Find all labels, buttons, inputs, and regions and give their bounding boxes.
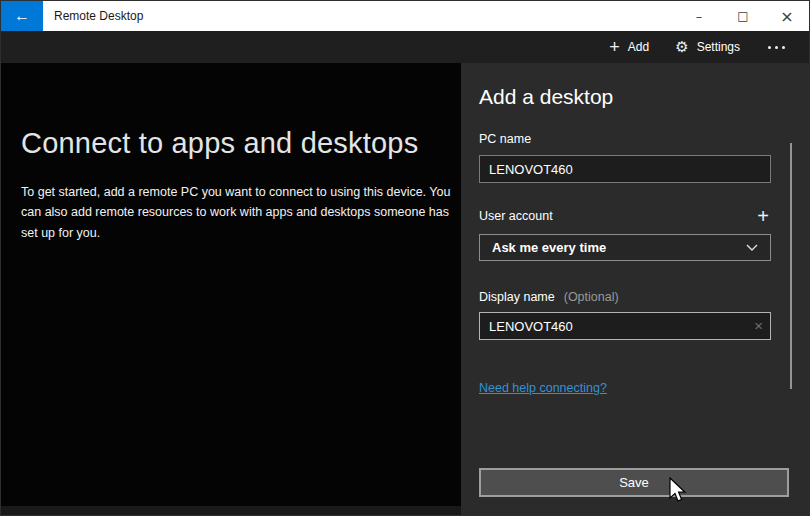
panel-title: Add a desktop xyxy=(479,84,789,110)
mouse-cursor xyxy=(668,477,688,504)
help-link[interactable]: Need help connecting? xyxy=(479,381,607,395)
more-icon xyxy=(775,46,778,49)
display-name-row: Display name (Optional) xyxy=(479,290,789,305)
command-toolbar: + Add ⚙ Settings xyxy=(1,31,809,63)
window-title: Remote Desktop xyxy=(43,1,143,31)
display-name-optional-hint: (Optional) xyxy=(564,290,619,304)
chevron-down-icon xyxy=(746,244,758,251)
more-icon xyxy=(782,46,785,49)
plus-icon: + xyxy=(757,205,769,227)
close-button[interactable]: × xyxy=(765,1,809,31)
pc-name-input[interactable] xyxy=(479,155,771,183)
plus-icon: + xyxy=(609,38,620,56)
settings-button-label: Settings xyxy=(697,40,740,54)
add-button[interactable]: + Add xyxy=(609,38,649,56)
main-content: Connect to apps and desktops To get star… xyxy=(1,63,809,515)
back-arrow-icon: ← xyxy=(14,8,30,24)
titlebar: ← Remote Desktop – □ × xyxy=(1,1,809,31)
panel-scrollbar[interactable] xyxy=(790,143,792,389)
hero-panel: Connect to apps and desktops To get star… xyxy=(1,63,461,506)
display-name-label: Display name xyxy=(479,290,555,305)
user-account-label: User account xyxy=(479,209,553,224)
settings-button[interactable]: ⚙ Settings xyxy=(675,40,740,55)
clear-input-button[interactable]: × xyxy=(754,318,763,333)
save-button[interactable]: Save xyxy=(479,468,789,497)
close-icon: × xyxy=(780,7,793,26)
user-account-select[interactable]: Ask me every time xyxy=(479,234,771,261)
display-name-input-wrap: × xyxy=(479,312,771,340)
more-button[interactable] xyxy=(766,46,787,49)
display-name-input[interactable] xyxy=(479,312,771,340)
clear-icon: × xyxy=(754,317,763,334)
user-account-selected-value: Ask me every time xyxy=(492,240,606,255)
add-desktop-panel: Add a desktop PC name User account + Ask… xyxy=(461,63,809,515)
save-button-label: Save xyxy=(619,475,649,490)
back-button[interactable]: ← xyxy=(1,1,43,31)
minimize-button[interactable]: – xyxy=(677,1,721,31)
gear-icon: ⚙ xyxy=(675,40,688,55)
maximize-icon: □ xyxy=(737,9,748,23)
more-icon xyxy=(768,46,771,49)
hero-description: To get started, add a remote PC you want… xyxy=(21,182,451,243)
add-button-label: Add xyxy=(628,40,649,54)
add-user-account-button[interactable]: + xyxy=(757,207,771,225)
hero-heading: Connect to apps and desktops xyxy=(21,127,441,160)
window-controls: – □ × xyxy=(677,1,809,31)
remote-desktop-window: ← Remote Desktop – □ × + Add ⚙ Settings xyxy=(0,0,810,516)
minimize-icon: – xyxy=(696,9,703,24)
pc-name-label: PC name xyxy=(479,132,789,147)
user-account-row: User account + xyxy=(479,207,771,225)
maximize-button[interactable]: □ xyxy=(721,1,765,31)
